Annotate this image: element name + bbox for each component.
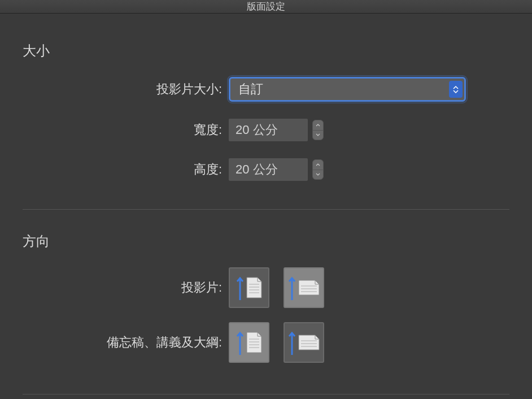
height-stepper-up[interactable]: [313, 160, 323, 170]
width-label: 寬度:: [23, 122, 229, 138]
slide-size-label: 投影片大小:: [23, 81, 229, 98]
arrow-up-icon: [288, 330, 296, 355]
height-stepper[interactable]: [312, 159, 324, 180]
size-section-label: 大小: [23, 42, 509, 60]
height-label: 高度:: [23, 161, 229, 178]
slides-portrait-button[interactable]: [229, 267, 269, 308]
slides-orientation-label: 投影片:: [23, 279, 229, 296]
notes-landscape-button[interactable]: [284, 322, 324, 363]
width-input[interactable]: 20 公分: [229, 119, 308, 141]
notes-orientation-row: 備忘稿、講義及大綱:: [23, 322, 509, 363]
section-divider: [23, 209, 509, 210]
select-arrows-icon: [449, 81, 463, 98]
arrow-up-icon: [236, 275, 244, 300]
height-stepper-down[interactable]: [313, 170, 323, 180]
bottom-divider: [23, 394, 509, 394]
slides-landscape-button[interactable]: [284, 267, 324, 308]
orientation-section-label: 方向: [23, 232, 509, 250]
arrow-up-icon: [288, 275, 296, 300]
dialog-content: 大小 投影片大小: 自訂 寬度: 20 公分: [0, 14, 532, 399]
page-landscape-icon: [298, 335, 320, 350]
height-row: 高度: 20 公分: [23, 158, 509, 181]
slide-size-row: 投影片大小: 自訂: [23, 77, 509, 102]
notes-portrait-button[interactable]: [229, 322, 269, 363]
width-row: 寬度: 20 公分: [23, 119, 509, 141]
notes-orientation-label: 備忘稿、講義及大綱:: [23, 334, 229, 351]
slide-size-select[interactable]: 自訂: [229, 77, 466, 102]
width-stepper[interactable]: [312, 120, 324, 140]
page-portrait-icon: [246, 277, 262, 298]
page-landscape-icon: [298, 280, 320, 296]
height-input[interactable]: 20 公分: [229, 158, 308, 181]
dialog-title: 版面設定: [0, 0, 532, 14]
width-stepper-down[interactable]: [313, 131, 323, 140]
slide-size-value: 自訂: [238, 81, 263, 98]
width-stepper-up[interactable]: [313, 120, 323, 131]
arrow-up-icon: [236, 330, 244, 355]
page-portrait-icon: [246, 332, 262, 353]
slides-orientation-row: 投影片:: [23, 267, 509, 308]
page-setup-dialog: 版面設定 大小 投影片大小: 自訂 寬度: 20 公分: [0, 0, 532, 399]
